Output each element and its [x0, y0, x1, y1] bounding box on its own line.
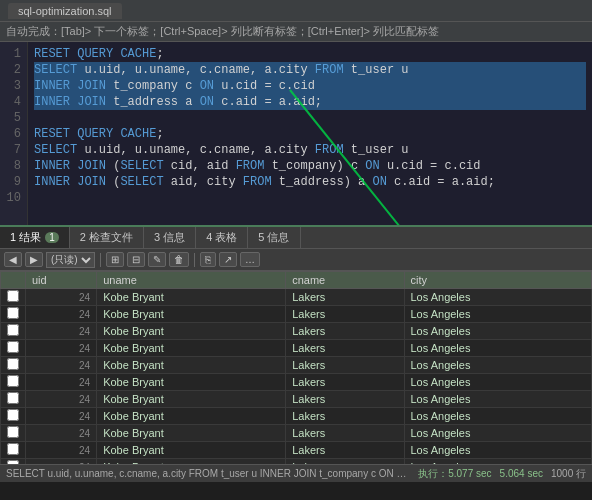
table-cell: Lakers [286, 374, 404, 391]
table-cell: Los Angeles [404, 306, 592, 323]
table-cell: 24 [26, 425, 97, 442]
code-line-4: INNER JOIN t_address a ON c.aid = a.aid; [34, 94, 586, 110]
toolbar-separator-1 [100, 253, 101, 267]
table-cell: Los Angeles [404, 340, 592, 357]
table-cell: 24 [26, 340, 97, 357]
table-cell: Los Angeles [404, 289, 592, 306]
edit-button[interactable]: ✎ [148, 252, 166, 267]
code-line-3: INNER JOIN t_company c ON u.cid = c.cid [34, 78, 586, 94]
table-cell: Los Angeles [404, 374, 592, 391]
table-row: 24Kobe BryantLakersLos Angeles [1, 374, 592, 391]
results-table: uid uname cname city 24Kobe BryantLakers… [0, 271, 592, 464]
tab-table[interactable]: 4 表格 [196, 227, 248, 248]
table-header-row: uid uname cname city [1, 272, 592, 289]
table-cell: Kobe Bryant [97, 391, 286, 408]
table-cell: 24 [26, 408, 97, 425]
col-header-uid[interactable]: uid [26, 272, 97, 289]
table-cell: Lakers [286, 340, 404, 357]
table-cell: 24 [26, 306, 97, 323]
col-header-city[interactable]: city [404, 272, 592, 289]
tab-profile[interactable]: 2 检查文件 [70, 227, 144, 248]
tab-info[interactable]: 3 信息 [144, 227, 196, 248]
code-line-9: INNER JOIN ( SELECT aid, city FROM t_add… [34, 174, 586, 190]
tab-info2[interactable]: 5 信息 [248, 227, 300, 248]
row-checkbox[interactable] [7, 290, 19, 302]
row-checkbox[interactable] [7, 409, 19, 421]
code-line-5 [34, 110, 586, 126]
code-area[interactable]: RESET QUERY CACHE; SELECT u.uid, u.uname… [28, 42, 592, 225]
title-tab[interactable]: sql-optimization.sql [8, 3, 122, 19]
table-cell: Lakers [286, 289, 404, 306]
more-button[interactable]: … [240, 252, 260, 267]
row-checkbox[interactable] [7, 324, 19, 336]
nav-prev-button[interactable]: ◀ [4, 252, 22, 267]
table-cell: Lakers [286, 408, 404, 425]
table-row: 24Kobe BryantLakersLos Angeles [1, 340, 592, 357]
code-line-1: RESET QUERY CACHE; [34, 46, 586, 62]
copy-button[interactable]: ⎘ [200, 252, 216, 267]
toolbar-separator-2 [194, 253, 195, 267]
tab-results-label: 1 结果 [10, 230, 41, 245]
row-checkbox[interactable] [7, 392, 19, 404]
col-header-checkbox [1, 272, 26, 289]
line-numbers: 12345 678910 [0, 42, 28, 225]
table-cell: Los Angeles [404, 391, 592, 408]
col-header-uname[interactable]: uname [97, 272, 286, 289]
sql-editor[interactable]: 12345 678910 RESET QUERY CACHE; SELECT u… [0, 42, 592, 227]
table-row: 24Kobe BryantLakersLos Angeles [1, 442, 592, 459]
row-checkbox[interactable] [7, 460, 19, 464]
table-cell: Kobe Bryant [97, 357, 286, 374]
row-checkbox[interactable] [7, 426, 19, 438]
table-row: 24Kobe BryantLakersLos Angeles [1, 391, 592, 408]
table-row: 24Kobe BryantLakersLos Angeles [1, 323, 592, 340]
status-sql-text: SELECT u.uid, u.uname, c.cname, a.city F… [6, 468, 410, 479]
table-row: 24Kobe BryantLakersLos Angeles [1, 289, 592, 306]
table-row: 24Kobe BryantLakersLos Angeles [1, 306, 592, 323]
code-line-7: SELECT u.uid, u.uname, c.cname, a.city F… [34, 142, 586, 158]
tab-profile-label: 2 检查文件 [80, 230, 133, 245]
code-line-8: INNER JOIN ( SELECT cid, aid FROM t_comp… [34, 158, 586, 174]
code-line-6: RESET QUERY CACHE; [34, 126, 586, 142]
table-cell: Kobe Bryant [97, 425, 286, 442]
table-cell: Kobe Bryant [97, 289, 286, 306]
row-checkbox[interactable] [7, 358, 19, 370]
table-cell: Lakers [286, 391, 404, 408]
table-cell: Lakers [286, 306, 404, 323]
tab-results-badge: 1 [45, 232, 59, 243]
result-toolbar: ◀ ▶ (只读) ⊞ ⊟ ✎ 🗑 ⎘ ↗ … [0, 249, 592, 271]
table-cell: Lakers [286, 357, 404, 374]
nav-next-button[interactable]: ▶ [25, 252, 43, 267]
result-tabs: 1 结果 1 2 检查文件 3 信息 4 表格 5 信息 [0, 227, 592, 249]
tab-info-label: 3 信息 [154, 230, 185, 245]
export-button[interactable]: ↗ [219, 252, 237, 267]
table-cell: 24 [26, 289, 97, 306]
table-cell: Los Angeles [404, 425, 592, 442]
table-cell: Kobe Bryant [97, 340, 286, 357]
tab-info2-label: 5 信息 [258, 230, 289, 245]
table-cell: 24 [26, 391, 97, 408]
table-row: 24Kobe BryantLakersLos Angeles [1, 425, 592, 442]
table-cell: 24 [26, 374, 97, 391]
table-cell: 24 [26, 357, 97, 374]
remove-row-button[interactable]: ⊟ [127, 252, 145, 267]
table-cell: Los Angeles [404, 357, 592, 374]
title-bar: sql-optimization.sql [0, 0, 592, 22]
table-cell: 24 [26, 442, 97, 459]
row-checkbox[interactable] [7, 443, 19, 455]
table-row: 24Kobe BryantLakersLos Angeles [1, 408, 592, 425]
breadcrumb-text: 自动完成：[Tab]> 下一个标签；[Ctrl+Space]> 列比断有标签；[… [6, 24, 439, 39]
mode-select[interactable]: (只读) [46, 252, 95, 268]
table-cell: Kobe Bryant [97, 374, 286, 391]
row-checkbox[interactable] [7, 375, 19, 387]
table-cell: Lakers [286, 323, 404, 340]
add-row-button[interactable]: ⊞ [106, 252, 124, 267]
table-cell: Kobe Bryant [97, 408, 286, 425]
row-checkbox[interactable] [7, 307, 19, 319]
delete-button[interactable]: 🗑 [169, 252, 189, 267]
row-checkbox[interactable] [7, 341, 19, 353]
tab-results[interactable]: 1 结果 1 [0, 227, 70, 248]
col-header-cname[interactable]: cname [286, 272, 404, 289]
status-time2: 5.064 sec [500, 468, 543, 479]
table-cell: 24 [26, 323, 97, 340]
table-body: 24Kobe BryantLakersLos Angeles24Kobe Bry… [1, 289, 592, 465]
